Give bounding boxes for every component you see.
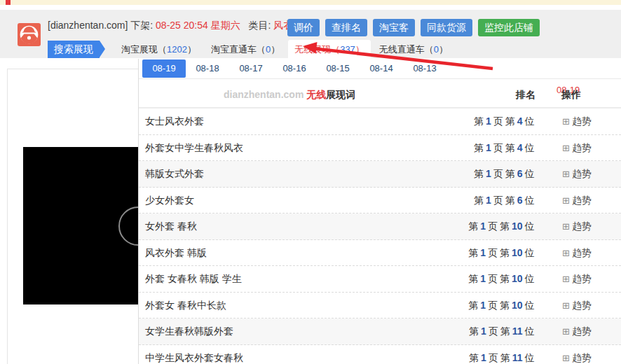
trend-expand-icon: ⊞ — [562, 326, 570, 337]
same-source-button[interactable]: 同款货源 — [421, 19, 472, 36]
taobaoke-button[interactable]: 淘宝客 — [373, 19, 415, 36]
rank-cell: 第1页第10位 — [463, 247, 535, 260]
rank-cell: 第1页第10位 — [463, 273, 535, 286]
keyword-cell: 外套女 春秋中长款 — [145, 300, 226, 312]
date-tab-0816[interactable]: 08-16 — [273, 59, 316, 78]
trend-link[interactable]: ⊞趋势 — [562, 115, 592, 128]
table-row: 外套 女春秋 韩版 学生 第1页第10位 ⊞趋势 — [139, 266, 621, 293]
rank-column-header: 排名 — [516, 89, 535, 102]
table-row: 女士风衣外套 第1页第4位 ⊞趋势 — [139, 108, 621, 135]
table-title: dianzhentan.com 无线展现词 — [224, 89, 355, 102]
date-tabs: 08-19 08-18 08-17 08-16 08-15 08-14 08-1… — [139, 59, 621, 79]
rank-cell: 第1页第11位 — [463, 352, 535, 364]
notice-strip — [0, 0, 621, 5]
trend-link[interactable]: ⊞趋势 — [562, 247, 592, 260]
action-column-header: 操作 — [561, 89, 581, 102]
header-actions: 调价 查排名 淘宝客 同款货源 监控此店铺 — [287, 19, 540, 36]
keyword-cell: 少女外套女 — [145, 195, 194, 207]
shop-header-bar: [dianzhentan.com] 下架: 08-25 20:54 星期六 类目… — [0, 10, 621, 58]
keyword-cell: 女外套 春秋 — [145, 220, 197, 233]
shop-domain: [dianzhentan.com] — [48, 20, 128, 31]
tab-count: 0 — [434, 44, 439, 55]
trend-expand-icon: ⊞ — [562, 221, 570, 232]
monitor-shop-button[interactable]: 监控此店铺 — [478, 19, 540, 36]
rank-cell: 第1页第6位 — [463, 168, 535, 181]
date-tab-0817[interactable]: 08-17 — [229, 59, 273, 78]
date-tab-0819[interactable]: 08-19 — [142, 59, 186, 78]
date-tab-0818[interactable]: 08-18 — [186, 59, 229, 78]
rank-cell: 第1页第4位 — [463, 142, 535, 155]
table-row: 风衣外套 韩版 第1页第10位 ⊞趋势 — [139, 240, 621, 267]
product-video-player[interactable] — [23, 147, 142, 304]
rank-cell: 第1页第10位 — [463, 300, 535, 312]
shop-info-line: [dianzhentan.com] 下架: 08-25 20:54 星期六 类目… — [48, 20, 293, 32]
detective-icon — [18, 23, 41, 46]
trend-expand-icon: ⊞ — [562, 169, 570, 179]
tab-label: 淘宝直通车 — [211, 44, 257, 55]
tab-taobao-display[interactable]: 淘宝展现（1202） — [115, 40, 203, 59]
rank-cell: 第1页第10位 — [463, 220, 535, 233]
table-row: 女外套 春秋 第1页第10位 ⊞趋势 — [139, 214, 621, 240]
keyword-cell: 女士风衣外套 — [145, 115, 204, 128]
tab-taobao-ztc[interactable]: 淘宝直通车（0） — [205, 40, 286, 59]
keyword-cell: 中学生风衣外套女春秋 — [145, 352, 243, 364]
trend-link[interactable]: ⊞趋势 — [562, 142, 592, 155]
notice-red-chip — [6, 0, 11, 5]
tab-label: 无线直通车 — [379, 44, 425, 55]
table-row: 中学生风衣外套女春秋 第1页第11位 ⊞趋势 — [139, 345, 621, 364]
table-row: 女学生春秋韩版外套 第1页第11位 ⊞趋势 — [139, 318, 621, 345]
trend-expand-icon: ⊞ — [562, 300, 570, 311]
tab-count: 1202 — [167, 44, 187, 55]
trend-expand-icon: ⊞ — [562, 274, 570, 284]
trend-expand-icon: ⊞ — [562, 143, 570, 153]
shop-avatar[interactable] — [18, 23, 41, 46]
date-tab-0814[interactable]: 08-14 — [360, 59, 403, 78]
category-label: 类目: — [248, 20, 271, 31]
trend-expand-icon: ⊞ — [562, 116, 570, 127]
table-row: 外套女中学生春秋风衣 第1页第4位 ⊞趋势 — [139, 135, 621, 162]
tab-wireless-display[interactable]: 无线展现（337） — [288, 40, 371, 59]
adjust-price-button[interactable]: 调价 — [287, 19, 320, 36]
date-tab-0815[interactable]: 08-15 — [316, 59, 360, 78]
trend-link[interactable]: ⊞趋势 — [562, 352, 592, 364]
view-tabs: 搜索展现 淘宝展现（1202） 淘宝直通车（0） 无线展现（337） 无线直通车… — [48, 40, 456, 59]
offshelf-time: 08-25 20:54 星期六 — [156, 20, 240, 31]
tab-search-display[interactable]: 搜索展现 — [48, 41, 100, 58]
trend-link[interactable]: ⊞趋势 — [562, 273, 592, 286]
trend-expand-icon: ⊞ — [562, 353, 570, 363]
offshelf-label: 下架: — [130, 20, 153, 31]
table-header: dianzhentan.com 无线展现词 排名 08-19 操作 — [139, 79, 621, 108]
keyword-cell: 外套 女春秋 韩版 学生 — [145, 273, 242, 286]
trend-expand-icon: ⊞ — [562, 195, 570, 206]
trend-link[interactable]: ⊞趋势 — [562, 195, 592, 207]
trend-link[interactable]: ⊞趋势 — [562, 168, 592, 181]
date-tab-0813[interactable]: 08-13 — [403, 59, 446, 78]
check-rank-button[interactable]: 查排名 — [325, 19, 367, 36]
table-row: 韩版女式外套 第1页第6位 ⊞趋势 — [139, 161, 621, 188]
keyword-cell: 韩版女式外套 — [145, 168, 204, 181]
keyword-cell: 风衣外套 韩版 — [145, 247, 207, 260]
brand-watermark: dianzhentan.com — [224, 89, 303, 100]
tab-label: 无线展现 — [294, 44, 331, 55]
tab-wireless-ztc[interactable]: 无线直通车（0） — [373, 40, 454, 59]
trend-link[interactable]: ⊞趋势 — [562, 220, 592, 233]
table-row: 外套女 春秋中长款 第1页第10位 ⊞趋势 — [139, 293, 621, 319]
keyword-cell: 外套女中学生春秋风衣 — [145, 142, 243, 155]
trend-link[interactable]: ⊞趋势 — [562, 300, 592, 312]
tab-label: 淘宝展现 — [121, 44, 158, 55]
trend-expand-icon: ⊞ — [562, 248, 570, 258]
rank-cell: 第1页第11位 — [463, 326, 535, 338]
keyword-table: 女士风衣外套 第1页第4位 ⊞趋势 外套女中学生春秋风衣 第1页第4位 ⊞趋势 … — [139, 108, 621, 364]
table-row: 少女外套女 第1页第6位 ⊞趋势 — [139, 188, 621, 214]
rank-cell: 第1页第6位 — [463, 195, 535, 207]
rank-cell: 第1页第4位 — [463, 115, 535, 128]
keyword-rank-popup: 08-19 08-18 08-17 08-16 08-15 08-14 08-1… — [138, 59, 621, 364]
tab-count: 337 — [340, 44, 355, 55]
keyword-cell: 女学生春秋韩版外套 — [145, 326, 233, 338]
trend-link[interactable]: ⊞趋势 — [562, 326, 592, 338]
